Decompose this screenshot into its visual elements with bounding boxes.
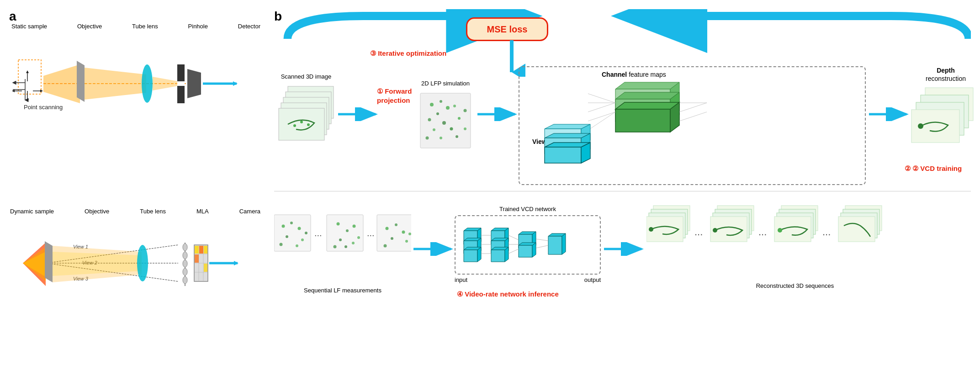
svg-point-82: [456, 135, 458, 138]
svg-point-130: [305, 232, 307, 234]
svg-line-181: [509, 235, 519, 240]
svg-point-80: [450, 127, 453, 131]
reconstructed-3d-section: ... ... ...: [646, 201, 943, 289]
lfp-svg: [416, 89, 475, 157]
seq-lf-svg: ... ...: [274, 206, 411, 283]
svg-marker-10: [26, 70, 29, 73]
svg-point-199: [713, 228, 717, 233]
svg-marker-174: [532, 243, 536, 257]
trained-vcd-box: [455, 215, 601, 275]
section-divider: [274, 191, 971, 191]
svg-point-123: [282, 225, 285, 228]
svg-line-185: [536, 245, 548, 248]
svg-rect-53: [195, 254, 199, 263]
svg-point-138: [334, 245, 337, 249]
depth-recon-label: Depth Depth reconstruction reconstructio…: [909, 66, 980, 83]
svg-rect-50: [195, 246, 199, 254]
svg-point-42: [183, 268, 187, 275]
output-label: output: [584, 276, 601, 283]
label-detector: Detector: [238, 23, 260, 30]
arrow3: [869, 107, 910, 121]
label-dynamic-sample: Dynamic sample: [10, 208, 54, 215]
mse-loss-box: MSE loss: [466, 17, 548, 41]
bottom-optical-svg: View 1 View 2 View 3: [9, 217, 258, 323]
mse-loss-label: MSE loss: [487, 24, 528, 35]
svg-rect-52: [204, 246, 207, 254]
svg-point-147: [405, 240, 408, 243]
svg-text:...: ...: [822, 226, 831, 238]
svg-line-183: [509, 249, 519, 254]
top-optical-svg: Point scanning: [9, 32, 258, 115]
svg-text:...: ...: [694, 226, 703, 238]
svg-point-17: [142, 64, 153, 103]
svg-point-85: [464, 109, 467, 112]
channel-maps-label: Channel Channel feature maps feature map…: [602, 71, 666, 78]
svg-point-129: [296, 244, 298, 247]
vcd-training-label: ② ② VCD training: [905, 164, 962, 173]
arrow5: [604, 242, 645, 256]
bottom-component-labels: Dynamic sample Objective Tube lens MLA C…: [9, 208, 263, 215]
svg-marker-93: [615, 102, 679, 109]
svg-marker-159: [477, 247, 481, 262]
svg-marker-177: [562, 233, 566, 254]
arrow2: [477, 107, 519, 121]
svg-marker-9: [26, 99, 29, 102]
svg-line-184: [536, 239, 548, 241]
panel-a: a Static sample Objective Tube lens Pinh…: [9, 9, 265, 367]
svg-text:...: ...: [758, 226, 767, 238]
svg-line-98: [588, 103, 615, 112]
trained-vcd-nn-svg: [459, 222, 587, 267]
svg-point-206: [778, 228, 782, 233]
trained-vcd-section: Trained VCD network: [455, 206, 601, 283]
svg-rect-65: [279, 108, 324, 140]
svg-marker-111: [545, 147, 581, 163]
lfp-2d-section: 2D LFP simulation: [416, 80, 475, 159]
svg-point-125: [298, 227, 301, 230]
depth-recon-section: Depth Depth reconstruction reconstructio…: [909, 66, 980, 179]
svg-point-192: [649, 227, 653, 232]
svg-marker-12: [40, 90, 43, 92]
svg-point-137: [352, 242, 355, 244]
svg-marker-16: [85, 68, 146, 100]
svg-marker-176: [548, 236, 562, 254]
scanned-3d-section: Scanned 3D image: [274, 73, 338, 161]
svg-point-41: [183, 260, 187, 267]
svg-rect-51: [199, 246, 203, 254]
top-component-labels: Static sample Objective Tube lens Pinhol…: [9, 23, 263, 30]
label-objective-bottom: Objective: [85, 208, 109, 215]
nn-box: Channel Channel feature maps feature map…: [519, 66, 866, 185]
svg-point-144: [395, 223, 397, 226]
svg-point-76: [428, 118, 431, 122]
input-label: input: [455, 276, 467, 283]
scanned-3d-label: Scanned 3D image: [274, 73, 338, 80]
svg-marker-11: [12, 90, 15, 92]
svg-marker-21: [187, 69, 201, 98]
svg-marker-168: [505, 247, 509, 262]
panel-b: b MSE loss: [274, 9, 971, 367]
svg-point-71: [430, 103, 434, 106]
svg-point-140: [344, 245, 347, 248]
svg-point-133: [337, 222, 340, 226]
svg-rect-54: [204, 264, 207, 272]
svg-point-39: [183, 244, 187, 251]
label-mla: MLA: [196, 208, 209, 215]
svg-marker-167: [491, 250, 505, 262]
svg-point-124: [290, 222, 293, 224]
iterative-opt-label: ③ Iterative optimization: [370, 49, 446, 58]
svg-marker-87: [615, 82, 679, 89]
svg-point-68: [307, 123, 310, 126]
svg-point-74: [436, 112, 439, 115]
svg-point-135: [353, 225, 356, 228]
reconstructed-label: Reconstructed 3D sequences: [646, 282, 943, 289]
svg-rect-0: [18, 60, 41, 94]
arrow4: [413, 242, 455, 256]
svg-marker-56: [234, 261, 238, 265]
svg-line-103: [679, 112, 707, 121]
label-camera: Camera: [239, 208, 260, 215]
label-pinhole: Pinhole: [188, 23, 208, 30]
panel-a-label: a: [9, 9, 16, 24]
svg-point-148: [384, 244, 387, 248]
video-rate-label: ④ Video-rate network inference: [457, 290, 559, 298]
svg-text:Point scanning: Point scanning: [24, 104, 63, 111]
svg-marker-158: [464, 250, 477, 262]
